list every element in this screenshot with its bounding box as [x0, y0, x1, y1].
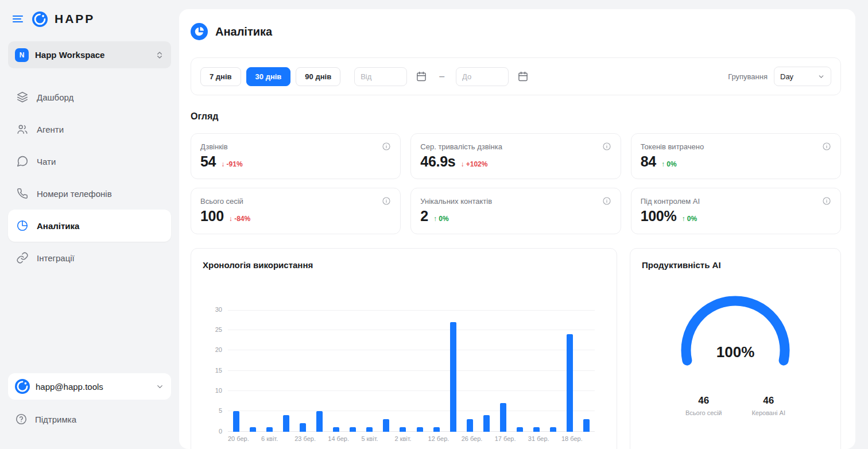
app-root: HAPP N Happ Workspace ДашбордАгентиЧатиН… [0, 0, 868, 449]
stat-label: Під контролем AI [641, 197, 700, 206]
stat-card: Під контролем AI100%↑ 0% [631, 188, 841, 234]
gauge-stat: 46Керовані AI [751, 395, 785, 416]
date-to-input[interactable] [456, 67, 509, 86]
info-icon[interactable] [382, 196, 391, 206]
gauge: 100% [675, 295, 796, 376]
usage-bar[interactable] [400, 427, 406, 431]
usage-bar[interactable] [316, 411, 323, 431]
stat-label: Унікальних контактів [420, 197, 492, 206]
x-axis-label [545, 435, 561, 442]
menu-toggle-button[interactable] [10, 11, 25, 26]
happ-logo-icon [32, 11, 48, 27]
sidebar-item-label: Аналітика [37, 221, 79, 231]
usage-timeline-chart: 051015202530 20 бер.6 квіт.23 бер.14 бер… [203, 310, 605, 442]
date-range-separator: – [439, 71, 444, 82]
usage-bar[interactable] [350, 427, 356, 431]
gauge-value: 100% [675, 343, 796, 361]
usage-timeline-card: Хронологія використання 051015202530 20 … [191, 248, 617, 449]
account-menu[interactable]: happ@happ.tools [8, 373, 171, 400]
sidebar-item-label: Номери телефонів [37, 189, 112, 199]
usage-bar[interactable] [583, 419, 590, 431]
stat-value: 100 [200, 207, 224, 225]
x-axis-label: 5 квіт. [361, 435, 378, 442]
x-axis-label: 18 бер. [561, 435, 578, 442]
usage-bar[interactable] [383, 419, 389, 431]
usage-bar[interactable] [550, 427, 556, 431]
usage-bar[interactable] [366, 427, 373, 431]
date-to-calendar-button[interactable] [517, 70, 529, 83]
sidebar-item-phone-numbers[interactable]: Номери телефонів [8, 177, 171, 210]
grouping-value: Day [780, 72, 793, 81]
usage-bar[interactable] [300, 423, 306, 431]
usage-bar[interactable] [233, 411, 239, 431]
info-icon[interactable] [602, 142, 611, 151]
gauge-stats: 46Всього сесій46Керовані AI [642, 395, 829, 416]
stat-delta: ↑ 0% [681, 215, 697, 223]
overview-cards: Дзвінків54↓ -91%Сер. тривалість дзвінка4… [191, 133, 841, 234]
pie-icon [16, 219, 29, 232]
x-axis-label: 14 бер. [328, 435, 344, 442]
info-icon[interactable] [822, 142, 831, 151]
phone-icon [16, 187, 29, 200]
x-axis-label: 17 бер. [495, 435, 512, 442]
period-button[interactable]: 7 днів [200, 67, 241, 86]
calendar-icon [416, 71, 427, 82]
x-axis: 20 бер.6 квіт.23 бер.14 бер.5 квіт.2 кві… [228, 435, 595, 442]
info-icon[interactable] [382, 142, 391, 151]
workspace-selector[interactable]: N Happ Workspace [8, 41, 171, 68]
sidebar-item-integrations[interactable]: Інтеграції [8, 242, 171, 274]
usage-bar[interactable] [567, 334, 573, 432]
layers-icon [16, 91, 29, 103]
usage-bar[interactable] [283, 415, 289, 431]
link-icon [16, 251, 29, 264]
stat-value: 84 [641, 153, 656, 171]
usage-bar[interactable] [483, 415, 490, 431]
info-icon[interactable] [822, 196, 831, 206]
date-from-calendar-button[interactable] [415, 70, 428, 83]
question-circle-icon [15, 413, 28, 425]
usage-timeline-title: Хронологія використання [203, 260, 605, 270]
grouping-control: Групування Day [728, 67, 831, 86]
usage-bar[interactable] [417, 427, 423, 431]
sidebar-item-analytics[interactable]: Аналітика [8, 210, 171, 242]
usage-bar[interactable] [500, 403, 506, 432]
page-title: Аналітика [215, 25, 272, 38]
analytics-page-icon [191, 23, 208, 40]
grouping-label: Групування [728, 72, 768, 81]
usage-bar[interactable] [533, 427, 540, 431]
period-button-group: 7 днів30 днів90 днів [200, 67, 340, 86]
usage-bar[interactable] [333, 427, 339, 431]
period-button[interactable]: 90 днів [296, 67, 340, 86]
sidebar-item-chats[interactable]: Чати [8, 145, 171, 177]
x-axis-label [578, 435, 595, 442]
sidebar-item-dashboard[interactable]: Дашборд [8, 81, 171, 113]
usage-bar[interactable] [517, 427, 523, 431]
stat-delta: ↓ -84% [229, 215, 250, 223]
stat-value: 100% [641, 207, 677, 225]
sidebar-item-agents[interactable]: Агенти [8, 113, 171, 145]
x-axis-label [378, 435, 394, 442]
usage-bar[interactable] [250, 427, 256, 431]
support-link[interactable]: Підтримка [8, 407, 171, 432]
avatar [15, 379, 30, 394]
period-button[interactable]: 30 днів [246, 67, 291, 86]
usage-bar[interactable] [467, 419, 473, 431]
y-axis-label: 0 [219, 428, 222, 435]
x-axis-label [311, 435, 328, 442]
usage-bar[interactable] [266, 427, 273, 431]
y-axis-label: 15 [215, 367, 222, 374]
x-axis-label: 2 квіт. [394, 435, 411, 442]
gauge-arc [675, 295, 796, 376]
usage-bar[interactable] [450, 322, 456, 432]
x-axis-label: 12 бер. [428, 435, 445, 442]
x-axis-label: 23 бер. [294, 435, 311, 442]
brand-row: HAPP [8, 11, 171, 26]
date-from-input[interactable] [354, 67, 407, 86]
usage-bar[interactable] [433, 427, 440, 431]
gauge-stat: 46Всього сесій [685, 395, 722, 416]
info-icon[interactable] [602, 196, 611, 206]
grouping-select[interactable]: Day [774, 67, 831, 86]
stat-value: 54 [200, 153, 216, 171]
stat-card: Всього сесій100↓ -84% [191, 188, 401, 234]
account-email: happ@happ.tools [36, 382, 150, 392]
